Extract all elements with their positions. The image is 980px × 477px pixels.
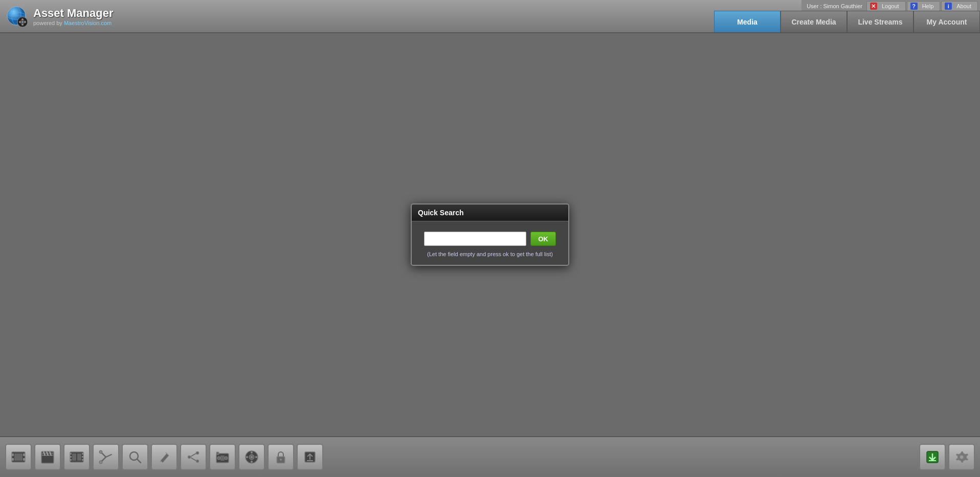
svg-point-6 <box>21 21 24 23</box>
help-button[interactable]: ? Help <box>907 1 941 11</box>
svg-point-35 <box>99 450 102 453</box>
search-input[interactable] <box>424 232 526 246</box>
movie-roll-tool-button[interactable] <box>209 444 236 470</box>
svg-rect-48 <box>220 456 225 461</box>
logo-area: Asset Manager powered by MaestroVision.c… <box>0 5 114 28</box>
svg-rect-49 <box>216 452 219 455</box>
scissor-tool-button[interactable] <box>93 444 119 470</box>
app-logo-icon <box>5 5 28 28</box>
ok-button[interactable]: OK <box>530 232 556 246</box>
svg-line-38 <box>137 459 141 463</box>
quick-search-dialog: Quick Search OK (Let the field empty and… <box>411 203 569 266</box>
svg-point-54 <box>251 461 253 463</box>
svg-line-34 <box>106 455 112 457</box>
dialog-body: OK (Let the field empty and press ok to … <box>412 221 568 265</box>
help-icon: ? <box>910 3 918 10</box>
film-frame-tool-button[interactable] <box>5 444 32 470</box>
svg-point-8 <box>21 24 24 26</box>
nav-tabs: Media Create Media Live Streams My Accou… <box>714 11 980 32</box>
about-button[interactable]: i About <box>941 1 978 11</box>
svg-rect-27 <box>82 453 83 455</box>
tab-media[interactable]: Media <box>714 11 781 32</box>
svg-line-44 <box>191 458 196 461</box>
svg-rect-14 <box>23 453 25 456</box>
svg-rect-25 <box>70 456 72 458</box>
logout-icon: ✕ <box>870 3 877 10</box>
svg-point-53 <box>251 451 253 453</box>
svg-rect-16 <box>14 453 23 461</box>
pen-tool-button[interactable] <box>151 444 177 470</box>
dialog-hint: (Let the field empty and press ok to get… <box>427 251 553 257</box>
svg-point-46 <box>217 457 220 460</box>
svg-rect-31 <box>77 453 81 461</box>
tab-create-media[interactable]: Create Media <box>781 11 847 32</box>
share-tool-button[interactable] <box>180 444 207 470</box>
svg-line-43 <box>191 453 196 457</box>
download-tool-button[interactable] <box>919 444 946 470</box>
svg-rect-13 <box>12 458 14 461</box>
svg-point-56 <box>255 456 257 458</box>
user-label: User : Simon Gauthier <box>804 2 865 10</box>
dialog-title: Quick Search <box>418 209 464 217</box>
svg-rect-24 <box>70 453 72 455</box>
main-content: Quick Search OK (Let the field empty and… <box>0 33 980 436</box>
svg-point-41 <box>196 451 199 455</box>
settings-tool-button[interactable] <box>948 444 975 470</box>
svg-point-47 <box>225 457 228 460</box>
dialog-title-bar: Quick Search <box>412 205 568 221</box>
svg-point-55 <box>246 456 248 458</box>
film-roll2-tool-button[interactable] <box>238 444 265 470</box>
search-row: OK <box>419 232 561 246</box>
svg-point-58 <box>280 459 282 461</box>
svg-point-36 <box>99 461 102 464</box>
svg-rect-15 <box>23 458 25 461</box>
export-tool-button[interactable] <box>297 444 323 470</box>
svg-point-9 <box>19 21 21 23</box>
svg-point-7 <box>21 18 24 20</box>
svg-rect-12 <box>12 453 14 456</box>
tab-my-account[interactable]: My Account <box>914 11 980 32</box>
svg-point-52 <box>251 456 253 458</box>
left-tools <box>5 444 323 470</box>
powered-by-link[interactable]: MaestroVision.com <box>64 20 112 26</box>
svg-rect-26 <box>70 459 72 461</box>
search-tool-button[interactable] <box>122 444 148 470</box>
app-title: Asset Manager <box>33 7 114 20</box>
title-area: Asset Manager powered by MaestroVision.c… <box>33 7 114 26</box>
svg-point-66 <box>960 455 964 459</box>
svg-rect-23 <box>70 452 83 462</box>
logout-button[interactable]: ✕ Logout <box>866 1 906 11</box>
svg-point-42 <box>196 460 199 463</box>
svg-point-10 <box>24 21 26 23</box>
bottom-toolbar <box>0 436 980 477</box>
film-strip-tool-button[interactable] <box>63 444 90 470</box>
clapboard-tool-button[interactable] <box>34 444 61 470</box>
lock-tool-button[interactable] <box>268 444 294 470</box>
tab-live-streams[interactable]: Live Streams <box>847 11 914 32</box>
right-tools <box>919 444 975 470</box>
svg-rect-30 <box>72 453 76 461</box>
top-bar: Asset Manager powered by MaestroVision.c… <box>0 0 980 33</box>
svg-rect-29 <box>82 459 83 461</box>
powered-by: powered by MaestroVision.com <box>33 20 114 26</box>
svg-point-40 <box>188 456 191 459</box>
svg-rect-28 <box>82 456 83 458</box>
about-icon: i <box>945 3 952 10</box>
